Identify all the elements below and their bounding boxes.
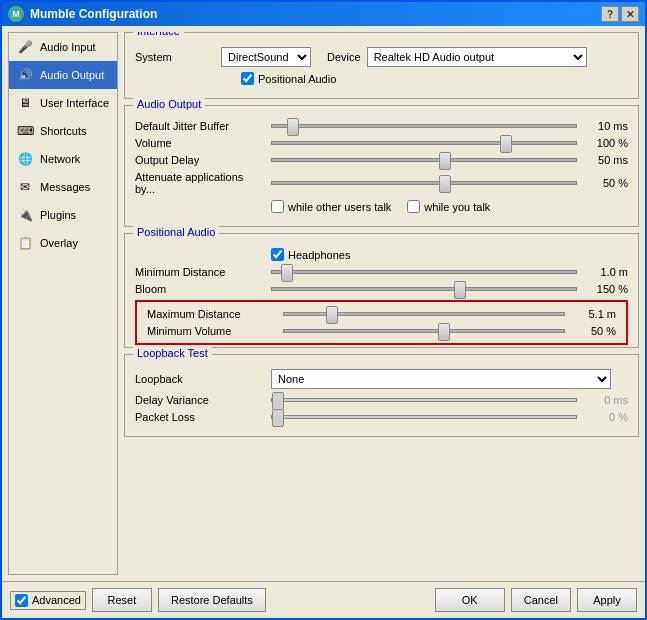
bloom-slider[interactable]: [271, 287, 577, 291]
delay-variance-row: Delay Variance 0 ms: [135, 394, 628, 406]
sidebar-label-audio-input: Audio Input: [40, 41, 96, 53]
cancel-button[interactable]: Cancel: [511, 588, 571, 612]
min-volume-value: 50 %: [571, 325, 616, 337]
main-window: M Mumble Configuration ? ✕ 🎤 Audio Input…: [0, 0, 647, 620]
jitter-thumb[interactable]: [287, 118, 299, 136]
help-button[interactable]: ?: [601, 6, 619, 22]
max-distance-thumb[interactable]: [326, 306, 338, 324]
attenuate-thumb[interactable]: [439, 175, 451, 193]
bloom-label: Bloom: [135, 283, 265, 295]
highlighted-section: Maximum Distance 5.1 m Minimum Volume: [135, 300, 628, 345]
min-distance-slider[interactable]: [271, 270, 577, 274]
overlay-icon: 📋: [15, 233, 35, 253]
jitter-value: 10 ms: [583, 120, 628, 132]
system-row: System DirectSound Device Realtek HD Aud…: [135, 47, 628, 67]
attenuate-slider[interactable]: [271, 181, 577, 185]
attenuate-label: Attenuate applications by...: [135, 171, 265, 195]
packet-loss-slider[interactable]: [271, 415, 577, 419]
volume-track: [271, 141, 577, 145]
min-volume-thumb[interactable]: [438, 323, 450, 341]
volume-value: 100 %: [583, 137, 628, 149]
packet-loss-row: Packet Loss 0 %: [135, 411, 628, 423]
max-distance-track: [283, 312, 565, 316]
sidebar-label-plugins: Plugins: [40, 209, 76, 221]
network-icon: 🌐: [15, 149, 35, 169]
min-volume-label: Minimum Volume: [147, 325, 277, 337]
sidebar-label-messages: Messages: [40, 181, 90, 193]
while-you-talk-row: while you talk: [407, 200, 490, 213]
sidebar-item-audio-input[interactable]: 🎤 Audio Input: [9, 33, 117, 61]
jitter-row: Default Jitter Buffer 10 ms: [135, 120, 628, 132]
loopback-title: Loopback Test: [133, 347, 212, 359]
sidebar-item-shortcuts[interactable]: ⌨ Shortcuts: [9, 117, 117, 145]
min-volume-track: [283, 329, 565, 333]
loopback-select[interactable]: None: [271, 369, 611, 389]
bottom-bar: Advanced Reset Restore Defaults OK Cance…: [2, 581, 645, 618]
sidebar: 🎤 Audio Input 🔊 Audio Output 🖥 User Inte…: [8, 32, 118, 575]
bloom-thumb[interactable]: [454, 281, 466, 299]
while-users-talk-label: while other users talk: [288, 201, 391, 213]
packet-loss-track: [271, 415, 577, 419]
output-delay-thumb[interactable]: [439, 152, 451, 170]
while-users-talk-checkbox[interactable]: [271, 200, 284, 213]
min-distance-label: Minimum Distance: [135, 266, 265, 278]
volume-row: Volume 100 %: [135, 137, 628, 149]
bloom-track: [271, 287, 577, 291]
packet-loss-label: Packet Loss: [135, 411, 265, 423]
while-you-talk-checkbox[interactable]: [407, 200, 420, 213]
loopback-row: Loopback None: [135, 369, 628, 389]
delay-variance-slider[interactable]: [271, 398, 577, 402]
device-select[interactable]: Realtek HD Audio output: [367, 47, 587, 67]
headphones-label: Headphones: [288, 249, 350, 261]
sidebar-item-network[interactable]: 🌐 Network: [9, 145, 117, 173]
positional-audio-checkbox[interactable]: [241, 72, 254, 85]
sidebar-item-messages[interactable]: ✉ Messages: [9, 173, 117, 201]
sidebar-label-network: Network: [40, 153, 80, 165]
max-distance-row: Maximum Distance 5.1 m: [147, 308, 616, 320]
audio-output-section: Audio Output Default Jitter Buffer 10 ms…: [124, 105, 639, 227]
headphones-checkbox-row: Headphones: [271, 248, 350, 261]
output-delay-track: [271, 158, 577, 162]
max-distance-slider[interactable]: [283, 312, 565, 316]
close-button[interactable]: ✕: [621, 6, 639, 22]
positional-audio-label: Positional Audio: [258, 73, 336, 85]
min-volume-row: Minimum Volume 50 %: [147, 325, 616, 337]
delay-variance-thumb[interactable]: [272, 392, 284, 410]
apply-button[interactable]: Apply: [577, 588, 637, 612]
headphones-checkbox[interactable]: [271, 248, 284, 261]
min-distance-thumb[interactable]: [281, 264, 293, 282]
restore-defaults-button[interactable]: Restore Defaults: [158, 588, 266, 612]
advanced-checkbox[interactable]: [15, 594, 28, 607]
sidebar-item-user-interface[interactable]: 🖥 User Interface: [9, 89, 117, 117]
plugins-icon: 🔌: [15, 205, 35, 225]
system-select[interactable]: DirectSound: [221, 47, 311, 67]
interface-section: Interface System DirectSound Device Real…: [124, 32, 639, 99]
packet-loss-value: 0 %: [583, 411, 628, 423]
output-delay-slider[interactable]: [271, 158, 577, 162]
while-row: while other users talk while you talk: [135, 200, 628, 213]
system-label: System: [135, 51, 215, 63]
jitter-slider[interactable]: [271, 124, 577, 128]
sidebar-item-overlay[interactable]: 📋 Overlay: [9, 229, 117, 257]
user-interface-icon: 🖥: [15, 93, 35, 113]
ok-button[interactable]: OK: [435, 588, 505, 612]
positional-audio-section: Positional Audio Headphones Minimum Dist…: [124, 233, 639, 348]
main-panel: Interface System DirectSound Device Real…: [124, 32, 639, 575]
audio-input-icon: 🎤: [15, 37, 35, 57]
volume-slider[interactable]: [271, 141, 577, 145]
device-label: Device: [327, 51, 361, 63]
title-controls: ? ✕: [601, 6, 639, 22]
output-delay-value: 50 ms: [583, 154, 628, 166]
sidebar-label-shortcuts: Shortcuts: [40, 125, 86, 137]
min-distance-track: [271, 270, 577, 274]
output-delay-row: Output Delay 50 ms: [135, 154, 628, 166]
delay-variance-value: 0 ms: [583, 394, 628, 406]
min-volume-slider[interactable]: [283, 329, 565, 333]
sidebar-item-plugins[interactable]: 🔌 Plugins: [9, 201, 117, 229]
main-content: 🎤 Audio Input 🔊 Audio Output 🖥 User Inte…: [2, 26, 645, 581]
volume-thumb[interactable]: [500, 135, 512, 153]
reset-button[interactable]: Reset: [92, 588, 152, 612]
sidebar-item-audio-output[interactable]: 🔊 Audio Output: [9, 61, 117, 89]
packet-loss-thumb[interactable]: [272, 409, 284, 427]
window-title: Mumble Configuration: [30, 7, 157, 21]
